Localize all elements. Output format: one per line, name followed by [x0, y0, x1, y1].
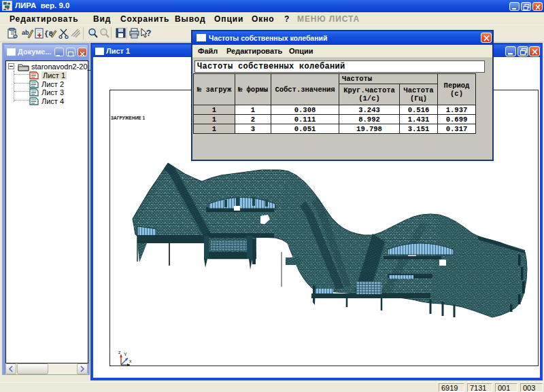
svg-text:?: ?: [146, 29, 151, 38]
svg-text:z: z: [118, 350, 121, 355]
svg-text:ab: ab: [22, 29, 29, 36]
svg-text:Y: Y: [124, 352, 127, 357]
svg-text:ЗАГРУЖЕНИЕ 1: ЗАГРУЖЕНИЕ 1: [111, 115, 145, 120]
svg-text:x: x: [129, 359, 132, 363]
